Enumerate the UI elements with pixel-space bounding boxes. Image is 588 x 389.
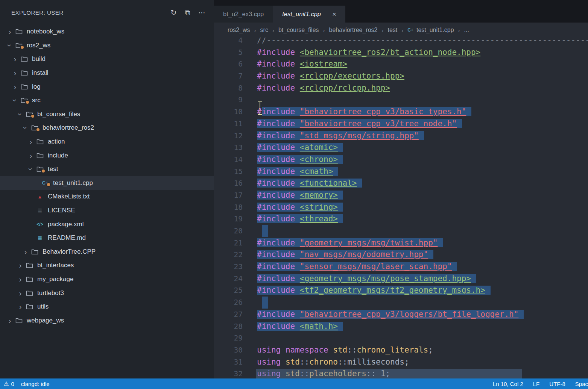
close-icon[interactable]: × bbox=[332, 10, 336, 18]
tree-item-bt_course_files[interactable]: ›bt_course_files bbox=[0, 107, 214, 121]
selection-highlight: #include <memory> bbox=[257, 191, 343, 200]
code-line-5[interactable]: 5#include <behaviortree_ros2/bt_action_n… bbox=[214, 47, 588, 59]
code-line-10[interactable]: 10#include "behaviortree_cpp_v3/basic_ty… bbox=[214, 106, 588, 118]
chevron-right-icon[interactable]: › bbox=[16, 275, 25, 284]
selection-highlight: #include "behaviortree_cpp_v3/tree_node.… bbox=[257, 119, 462, 128]
tree-item-package.xml[interactable]: </>package.xml bbox=[0, 217, 214, 231]
code-line-4[interactable]: 4//-------------------------------------… bbox=[214, 38, 588, 47]
horizontal-scrollbar[interactable] bbox=[256, 369, 522, 378]
breadcrumb-item-ros2_ws[interactable]: ros2_ws bbox=[228, 27, 250, 33]
encoding-indicator[interactable]: UTF-8 bbox=[549, 381, 565, 387]
indentation-indicator[interactable]: Spac bbox=[575, 381, 588, 387]
chevron-right-icon[interactable]: › bbox=[21, 247, 30, 256]
code-line-18[interactable]: 18#include <string> bbox=[214, 201, 588, 213]
tree-item-build[interactable]: ›build bbox=[0, 52, 214, 66]
code-line-11[interactable]: 11#include "behaviortree_cpp_v3/tree_nod… bbox=[214, 118, 588, 130]
tab-test_unit1.cpp[interactable]: test_unit1.cpp× bbox=[273, 6, 345, 23]
breadcrumb-item-test_unit1.cpp[interactable]: test_unit1.cpp bbox=[416, 27, 454, 33]
chevron-right-icon[interactable]: › bbox=[11, 54, 20, 64]
indentation-label: Spac bbox=[575, 381, 588, 387]
code-line-20[interactable]: 20 bbox=[214, 225, 588, 237]
chevron-right-icon[interactable]: › bbox=[16, 261, 25, 270]
code-line-27[interactable]: 27#include "behaviortree_cpp_v3/loggers/… bbox=[214, 309, 588, 321]
breadcrumb-item-...[interactable]: ... bbox=[464, 27, 469, 33]
language-server-status[interactable]: clangd: idle bbox=[21, 381, 50, 387]
code-line-24[interactable]: 24#include <geometry_msgs/msg/pose_stamp… bbox=[214, 273, 588, 285]
tree-item-my_package[interactable]: ›my_package bbox=[0, 272, 214, 286]
chevron-down-icon[interactable]: › bbox=[5, 41, 14, 50]
chevron-right-icon[interactable]: › bbox=[16, 302, 25, 311]
refresh-explorer-icon[interactable]: ↻ bbox=[171, 9, 177, 16]
code-lines: 4//-------------------------------------… bbox=[214, 38, 588, 378]
code-line-7[interactable]: 7#include <rclcpp/executors.hpp> bbox=[214, 70, 588, 82]
code-line-13[interactable]: 13#include <atomic> bbox=[214, 142, 588, 154]
token: ; bbox=[404, 357, 409, 366]
chevron-down-icon[interactable]: › bbox=[11, 96, 20, 105]
tree-item-test_unit1.cpp[interactable]: C+test_unit1.cpp bbox=[0, 176, 214, 190]
code-line-16[interactable]: 16#include <functional> bbox=[214, 177, 588, 189]
code-line-29[interactable]: 29 bbox=[214, 332, 588, 344]
chevron-right-icon[interactable]: › bbox=[5, 27, 14, 36]
tree-item-webpage_ws[interactable]: ›webpage_ws bbox=[0, 313, 214, 327]
code-line-22[interactable]: 22#include "nav_msgs/msg/odometry.hpp" bbox=[214, 249, 588, 261]
tree-item-BehaviorTree.CPP[interactable]: ›BehaviorTree.CPP bbox=[0, 245, 214, 259]
breadcrumb-item-bt_course_files[interactable]: bt_course_files bbox=[278, 27, 319, 33]
code-line-19[interactable]: 19#include <thread> bbox=[214, 213, 588, 225]
tree-item-LICENSE[interactable]: ≣LICENSE bbox=[0, 204, 214, 218]
code-line-21[interactable]: 21#include "geometry_msgs/msg/twist.hpp" bbox=[214, 237, 588, 249]
collapse-folders-icon[interactable]: ⧉ bbox=[185, 9, 190, 16]
tree-item-include[interactable]: ›include bbox=[0, 148, 214, 162]
chevron-right-icon[interactable]: › bbox=[11, 68, 20, 77]
code-line-31[interactable]: 31using std::chrono::milliseconds; bbox=[214, 356, 588, 368]
code-line-6[interactable]: 6#include <iostream> bbox=[214, 58, 588, 70]
breadcrumb-item-behaviortree_ros2[interactable]: behaviortree_ros2 bbox=[329, 27, 378, 33]
code-line-8[interactable]: 8#include <rclcpp/rclcpp.hpp> bbox=[214, 82, 588, 94]
code-line-17[interactable]: 17#include <memory> bbox=[214, 189, 588, 201]
tree-item-action[interactable]: ›action bbox=[0, 135, 214, 149]
code-line-9[interactable]: 9 bbox=[214, 94, 588, 106]
code-line-15[interactable]: 15#include <cmath> bbox=[214, 166, 588, 178]
token: "std_msgs/msg/string.hpp" bbox=[300, 131, 419, 140]
code-line-14[interactable]: 14#include <chrono> bbox=[214, 154, 588, 166]
code-line-23[interactable]: 23#include "sensor_msgs/msg/laser_scan.h… bbox=[214, 261, 588, 273]
tree-item-notebook_ws[interactable]: ›notebook_ws bbox=[0, 25, 214, 39]
breadcrumb-item-test[interactable]: test bbox=[388, 27, 398, 33]
tree-item-bt_interfaces[interactable]: ›bt_interfaces bbox=[0, 259, 214, 272]
code-line-30[interactable]: 30using namespace std::chrono_literals; bbox=[214, 344, 588, 356]
code-editor[interactable]: 4//-------------------------------------… bbox=[214, 38, 588, 378]
chevron-right-icon[interactable]: › bbox=[26, 137, 35, 146]
chevron-right-icon[interactable]: › bbox=[26, 151, 35, 160]
chevron-down-icon[interactable]: › bbox=[21, 123, 30, 132]
code-line-26[interactable]: 26 bbox=[214, 297, 588, 309]
problems-indicator[interactable]: ⚠ 0 bbox=[4, 380, 14, 387]
chevron-down-icon[interactable]: › bbox=[16, 110, 25, 119]
cursor-position[interactable]: Ln 10, Col 2 bbox=[493, 381, 523, 387]
tree-item-src[interactable]: ›src bbox=[0, 94, 214, 107]
tree-item-behaviortree_ros2[interactable]: ›behaviortree_ros2 bbox=[0, 121, 214, 135]
tree-item-ros2_ws[interactable]: ›ros2_ws bbox=[0, 39, 214, 53]
tree-item-log[interactable]: ›log bbox=[0, 80, 214, 94]
eol-indicator[interactable]: LF bbox=[533, 381, 540, 387]
tree-item-install[interactable]: ›install bbox=[0, 66, 214, 80]
code-line-25[interactable]: 25#include <tf2_geometry_msgs/tf2_geomet… bbox=[214, 285, 588, 297]
line-content: #include "behaviortree_cpp_v3/tree_node.… bbox=[257, 118, 462, 130]
tree-item-turtlebot3[interactable]: ›turtlebot3 bbox=[0, 286, 214, 300]
tree-item-label: include bbox=[48, 152, 68, 159]
code-line-28[interactable]: 28#include <math.h> bbox=[214, 321, 588, 333]
tab-bt_u2_ex3.cpp[interactable]: bt_u2_ex3.cpp bbox=[214, 6, 273, 23]
chevron-right-icon[interactable]: › bbox=[5, 316, 14, 325]
tree-item-CMakeLists.txt[interactable]: ▲CMakeLists.txt bbox=[0, 190, 214, 204]
token: #include bbox=[257, 167, 300, 176]
chevron-down-icon[interactable]: › bbox=[26, 165, 35, 174]
token: using bbox=[257, 345, 281, 354]
tree-item-utils[interactable]: ›utils bbox=[0, 300, 214, 314]
line-content: using std::chrono::milliseconds; bbox=[257, 356, 409, 368]
chevron-right-icon[interactable]: › bbox=[11, 82, 20, 91]
code-line-12[interactable]: 12#include "std_msgs/msg/string.hpp" bbox=[214, 130, 588, 142]
more-actions-icon[interactable]: ⋯ bbox=[198, 9, 205, 16]
breadcrumb-item-src[interactable]: src bbox=[260, 27, 268, 33]
chevron-right-icon[interactable]: › bbox=[16, 289, 25, 298]
tree-item-test[interactable]: ›test bbox=[0, 162, 214, 176]
tree-item-README.md[interactable]: ≣README.md bbox=[0, 231, 214, 245]
language-server-label: clangd: idle bbox=[21, 381, 50, 387]
